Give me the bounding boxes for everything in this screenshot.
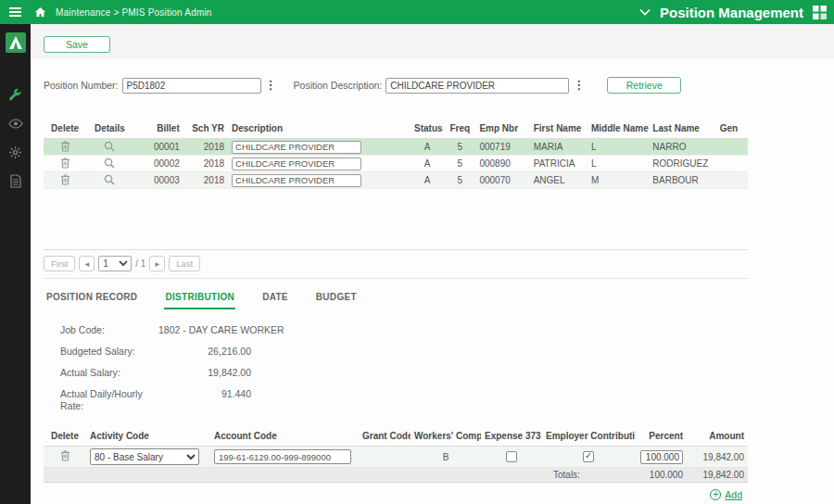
table-row[interactable]: 00003 2018 A 5 000070 ANGEL M BARBOUR	[44, 172, 748, 189]
budgeted-salary-label: Budgeted Salary:	[60, 346, 158, 358]
pagination: First ◂ 1 / 1 ▸ Last	[44, 250, 748, 279]
toolbar: Save	[31, 24, 834, 58]
employer-contribution-checkbox[interactable]	[583, 451, 594, 462]
last-name-cell: BARBOUR	[649, 172, 715, 189]
description-input[interactable]	[232, 158, 361, 170]
retrieve-button[interactable]: Retrieve	[607, 77, 681, 94]
daily-hourly-rate-value: 91.440	[158, 388, 251, 412]
amount-cell: 19,842.00	[687, 447, 748, 468]
add-distribution-link[interactable]: + Add	[710, 489, 742, 500]
activity-code-select[interactable]: 80 - Base Salary	[90, 448, 199, 465]
tab-distribution[interactable]: DISTRIBUTION	[164, 286, 235, 309]
status-cell: A	[411, 156, 444, 172]
distribution-row[interactable]: 80 - Base Salary B 19,842.00	[44, 447, 748, 468]
delete-row-icon[interactable]	[60, 141, 70, 152]
actual-salary-value: 19,842.00	[158, 367, 251, 379]
save-button[interactable]: Save	[44, 36, 110, 53]
col-header-employer-contribution: Employer Contribution	[542, 427, 635, 447]
percent-input[interactable]	[640, 450, 683, 464]
description-input[interactable]	[232, 174, 361, 187]
totals-row: Totals: 100.000 19,842.00	[44, 468, 748, 483]
main-content: Save Position Number: ⋮ Position Descrip…	[31, 24, 834, 504]
job-code-label: Job Code:	[60, 324, 158, 336]
position-description-lookup-icon[interactable]: ⋮	[569, 79, 588, 92]
job-code-value: 1802 - DAY CARE WORKER	[158, 324, 284, 336]
col-header-delete: Delete	[44, 427, 86, 447]
add-plus-icon: +	[710, 489, 721, 500]
emp-nbr-cell: 000890	[475, 156, 529, 172]
position-description-label: Position Description:	[294, 80, 383, 91]
position-number-input[interactable]	[122, 78, 261, 94]
inquiry-eye-icon[interactable]	[7, 115, 24, 132]
description-input[interactable]	[232, 141, 361, 154]
details-magnifier-icon[interactable]	[104, 158, 115, 169]
pagination-last-button[interactable]: Last	[169, 256, 200, 271]
hamburger-menu-icon[interactable]	[0, 7, 31, 17]
totals-label: Totals:	[542, 468, 635, 483]
delete-row-icon[interactable]	[60, 450, 70, 461]
billet-cell: 00001	[133, 139, 183, 156]
position-description-input[interactable]	[385, 78, 569, 94]
breadcrumb: Maintenance > PMIS Position Admin	[56, 7, 212, 18]
pagination-of-label: / 1	[135, 258, 145, 269]
workers-comp-cell: B	[411, 447, 481, 468]
details-magnifier-icon[interactable]	[104, 174, 115, 185]
col-header-grant-code: Grant Code	[359, 427, 411, 447]
totals-amount: 19,842.00	[687, 468, 748, 483]
pagination-prev-icon[interactable]: ◂	[79, 256, 95, 271]
expense-373-checkbox[interactable]	[506, 451, 517, 462]
top-bar: Maintenance > PMIS Position Admin Positi…	[0, 0, 834, 24]
pagination-page-select[interactable]: 1	[98, 256, 132, 271]
col-header-sch-yr: Sch YR	[183, 120, 228, 139]
distribution-table: Delete Activity Code Account Code Grant …	[44, 427, 748, 483]
billet-cell: 00002	[133, 156, 183, 172]
status-cell: A	[411, 139, 444, 156]
pmis-position-admin-app: Maintenance > PMIS Position Admin Positi…	[0, 0, 834, 504]
gen-cell	[716, 156, 748, 172]
middle-name-cell: L	[588, 139, 649, 156]
col-header-details: Details	[86, 120, 133, 139]
table-row[interactable]: 00002 2018 A 5 000890 PATRICIA L RODRIGU…	[44, 156, 748, 172]
settings-gear-icon[interactable]	[7, 144, 24, 160]
gen-cell	[716, 139, 748, 156]
position-number-lookup-icon[interactable]: ⋮	[261, 79, 281, 92]
delete-row-icon[interactable]	[60, 158, 70, 169]
pagination-first-button[interactable]: First	[44, 256, 75, 271]
middle-name-cell: L	[588, 156, 649, 172]
col-header-freq: Freq	[444, 120, 475, 139]
col-header-last-name: Last Name	[649, 120, 715, 139]
details-magnifier-icon[interactable]	[104, 141, 115, 152]
emp-nbr-cell: 000070	[475, 172, 529, 189]
sch-yr-cell: 2018	[183, 139, 228, 156]
billet-cell: 00003	[133, 172, 183, 189]
budgeted-salary-value: 26,216.00	[158, 346, 251, 358]
positions-grid: Delete Details Billet Sch YR Description…	[44, 120, 748, 279]
retrieve-bar: Position Number: ⋮ Position Description:…	[44, 77, 834, 94]
freq-cell: 5	[444, 156, 475, 172]
tab-budget[interactable]: BUDGET	[315, 286, 358, 309]
left-sidebar	[0, 24, 31, 504]
delete-row-icon[interactable]	[60, 174, 70, 185]
distribution-header-row: Delete Activity Code Account Code Grant …	[44, 427, 748, 447]
totals-percent: 100.000	[635, 468, 687, 483]
tab-date[interactable]: DATE	[261, 286, 289, 309]
apps-grid-icon[interactable]	[813, 6, 827, 19]
col-header-emp-nbr: Emp Nbr	[475, 120, 529, 139]
col-header-delete: Delete	[44, 120, 86, 139]
freq-cell: 5	[444, 172, 475, 189]
col-header-first-name: First Name	[530, 120, 588, 139]
chevron-down-icon[interactable]	[639, 8, 651, 16]
sch-yr-cell: 2018	[183, 156, 228, 172]
app-logo[interactable]	[6, 32, 26, 57]
status-cell: A	[411, 172, 444, 189]
account-code-input[interactable]	[214, 449, 351, 464]
reports-document-icon[interactable]	[7, 172, 24, 189]
pagination-next-icon[interactable]: ▸	[149, 256, 165, 271]
col-header-gen: Gen	[716, 120, 748, 139]
tab-position-record[interactable]: POSITION RECORD	[45, 286, 138, 309]
table-row[interactable]: 00001 2018 A 5 000719 MARIA L NARRO	[44, 139, 748, 156]
maintenance-wrench-icon[interactable]	[7, 86, 24, 103]
home-icon[interactable]	[34, 6, 46, 18]
distribution-grid: Delete Activity Code Account Code Grant …	[44, 427, 748, 504]
last-name-cell: RODRIGUEZ	[649, 156, 715, 172]
